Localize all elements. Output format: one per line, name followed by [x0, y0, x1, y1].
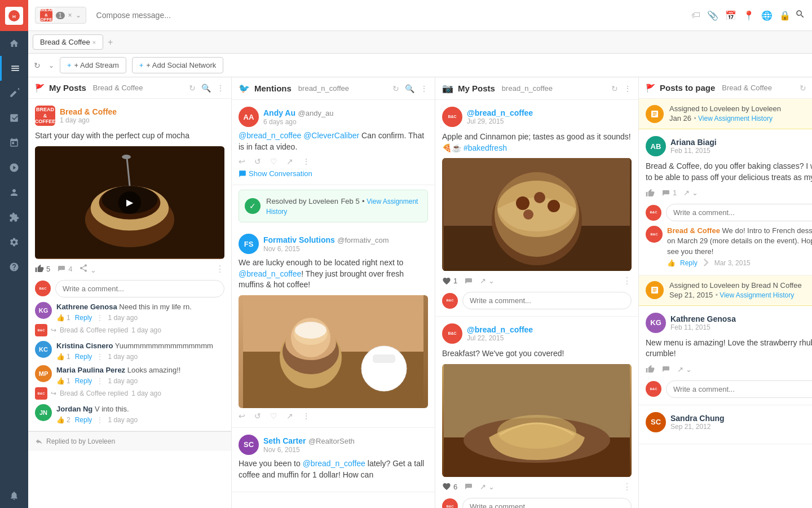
sandra-author[interactable]: Sandra Chung [670, 414, 725, 423]
ig-post2-comment-input[interactable] [462, 498, 632, 508]
col2-more-icon[interactable]: ⋮ [420, 84, 428, 93]
post1-comment-button[interactable]: 4 [57, 264, 72, 273]
ariana-share[interactable]: ↗ ⌄ [683, 189, 698, 197]
sidebar-logo[interactable]: H [0, 0, 28, 31]
comment-maria-author[interactable]: Maria Paulina Perez [56, 366, 125, 374]
sidebar-item-notifications[interactable] [0, 483, 28, 508]
sidebar-item-schedule[interactable] [0, 130, 28, 155]
ig-post1-author[interactable]: @bread_n_coffee [467, 108, 533, 117]
post1-comment-input[interactable] [55, 280, 224, 297]
kristina-reply-button[interactable]: Reply [75, 353, 92, 361]
sidebar-item-contacts[interactable] [0, 180, 28, 205]
bc-reply-more[interactable] [702, 259, 710, 268]
col4-refresh-icon[interactable]: ↻ [800, 84, 806, 93]
breadcoffee-tab[interactable]: Bread & Coffee × [33, 34, 103, 50]
ig-post2-more[interactable]: ⋮ [623, 481, 632, 492]
ariana-author[interactable]: Ariana Biagi [670, 138, 717, 147]
post1-author[interactable]: Bread & Coffee [60, 107, 117, 116]
play-button[interactable]: ▶ [118, 191, 141, 214]
formativ-like-icon[interactable]: ♡ [270, 411, 277, 421]
sidebar-item-home[interactable] [0, 31, 28, 56]
sidebar-item-analytics[interactable] [0, 106, 28, 130]
share-icon[interactable]: ↗ [286, 157, 293, 166]
tab-close-icon[interactable]: × [68, 11, 72, 19]
ariana-comment-input[interactable] [666, 204, 812, 221]
kathrene-col4-comment-input[interactable] [666, 380, 812, 398]
comment-kathrene-author[interactable]: Kathrene Genosa [56, 303, 117, 311]
more-icon[interactable]: ⋮ [302, 157, 310, 166]
col1-search-icon[interactable]: 🔍 [201, 84, 211, 93]
add-tab-button[interactable]: + [108, 37, 113, 47]
jordan-more-button[interactable]: ⋮ [96, 416, 103, 424]
formativ-retweet-icon[interactable]: ↺ [254, 411, 261, 421]
comment-reply-button[interactable]: Reply [75, 314, 92, 322]
col2-search-icon[interactable]: 🔍 [405, 84, 414, 93]
ig-post2-comment[interactable] [464, 482, 473, 491]
refresh-icon[interactable]: ↻ [34, 61, 41, 70]
retweet-icon[interactable]: ↺ [254, 157, 261, 166]
sidebar-item-apps[interactable] [0, 205, 28, 230]
account-tab[interactable]: BREAD &COFFEE 1 × ⌄ [35, 7, 86, 24]
col1-more-icon[interactable]: ⋮ [217, 84, 224, 93]
col2-refresh-icon[interactable]: ↻ [392, 84, 399, 93]
sidebar-item-publisher[interactable] [0, 155, 28, 180]
formativ-reply-icon[interactable]: ↩ [239, 411, 245, 421]
tab-close-button[interactable]: × [92, 39, 96, 46]
kathrene-col4-like[interactable] [646, 365, 655, 374]
search-icon[interactable] [795, 9, 805, 22]
maria-reply-button[interactable]: Reply [75, 377, 92, 385]
add-social-network-button[interactable]: + + Add Social Network [132, 57, 224, 73]
formativ-more-icon[interactable]: ⋮ [302, 411, 310, 421]
attachment-icon[interactable]: 📎 [707, 10, 718, 21]
maria-more-button[interactable]: ⋮ [96, 377, 103, 385]
like-icon[interactable]: ♡ [270, 157, 277, 166]
formativ-share-icon[interactable]: ↗ [286, 411, 293, 421]
col3-more-icon[interactable]: ⋮ [624, 84, 632, 93]
post1-share-button[interactable]: ⌄ [79, 264, 96, 274]
calendar-icon[interactable]: 📅 [725, 10, 736, 21]
ig-post1-share[interactable]: ↗ ⌄ [480, 277, 495, 285]
kristina-like-icon[interactable]: 👍 1 [56, 353, 70, 361]
ig-post1-more[interactable]: ⋮ [623, 275, 632, 286]
post1-like-button[interactable]: 5 [35, 264, 50, 273]
location-icon[interactable]: 📍 [743, 10, 754, 21]
compose-input[interactable] [91, 7, 687, 23]
comment-kristina-author[interactable]: Kristina Cisnero [56, 341, 113, 350]
jordan-like-icon[interactable]: 👍 2 [56, 416, 70, 424]
ariana-comment[interactable]: 1 [661, 189, 677, 198]
assignment1-history-link[interactable]: View Assignment History [698, 115, 773, 122]
kristina-more-button[interactable]: ⋮ [96, 353, 103, 361]
kathrene-col4-comment[interactable] [661, 365, 670, 374]
comment-jordan-author[interactable]: Jordan Ng [56, 405, 92, 413]
comment-like-icon[interactable]: 👍 1 [56, 314, 70, 322]
post1-more-button[interactable]: ⋮ [215, 264, 224, 274]
tag-icon[interactable]: 🏷 [691, 10, 700, 20]
ig-post2-like[interactable]: 6 [442, 482, 457, 491]
bc-reply-button[interactable]: Reply [680, 259, 698, 267]
kathrene-col4-author[interactable]: Kathrene Genosa [670, 314, 736, 323]
sidebar-item-help[interactable] [0, 255, 28, 279]
andy-author[interactable]: Andy Au [263, 108, 295, 117]
chevron-down-icon[interactable]: ⌄ [48, 62, 54, 69]
assignment2-history-link[interactable]: View Assignment History [720, 291, 794, 299]
sidebar-item-compose[interactable] [0, 81, 28, 106]
ig-post2-share[interactable]: ↗ ⌄ [480, 483, 495, 491]
col1-refresh-icon[interactable]: ↻ [189, 84, 196, 93]
tab-chevron-icon[interactable]: ⌄ [76, 11, 81, 19]
comment-more-button[interactable]: ⋮ [96, 314, 103, 322]
ig-post1-like[interactable]: 1 [442, 277, 457, 286]
kathrene-col4-share[interactable]: ↗ ⌄ [677, 365, 692, 374]
jordan-reply-button[interactable]: Reply [75, 416, 92, 424]
lock-icon[interactable]: 🔒 [779, 10, 791, 21]
bc-reply-like[interactable]: 👍 [667, 259, 676, 267]
ig-post2-author[interactable]: @bread_n_coffee [467, 325, 533, 334]
show-conversation-button[interactable]: Show Conversation [239, 169, 428, 178]
add-stream-button[interactable]: + + Add Stream [60, 57, 126, 73]
seth-author[interactable]: Seth Carter [263, 436, 306, 445]
formativ-author[interactable]: Formativ Solutions [263, 235, 335, 244]
ig-post1-comment[interactable] [464, 277, 473, 286]
reply-icon[interactable]: ↩ [239, 157, 245, 166]
globe-icon[interactable]: 🌐 [761, 10, 773, 21]
col3-refresh-icon[interactable]: ↻ [611, 84, 618, 93]
ariana-like[interactable] [646, 189, 655, 198]
